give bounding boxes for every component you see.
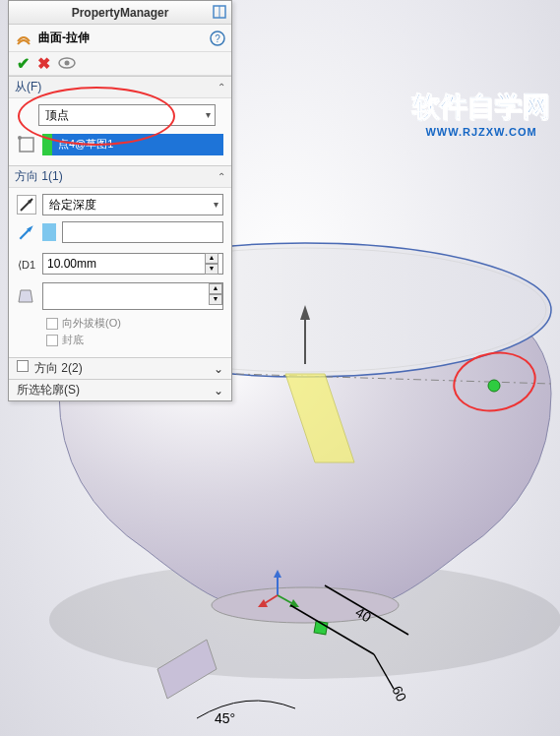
chevron-down-icon: ⌄	[214, 362, 223, 376]
pin-icon[interactable]	[212, 4, 227, 20]
svg-text:?: ?	[215, 33, 220, 44]
draft-angle-input[interactable]: ▲ ▼	[42, 282, 223, 310]
feature-name: 曲面-拉伸	[38, 30, 210, 46]
section-from-header[interactable]: 从(F) ⌃	[9, 77, 231, 98]
svg-text:⟨D1: ⟨D1	[18, 259, 35, 271]
watermark-sub: WWW.RJZXW.COM	[412, 126, 550, 138]
action-row: ✔ ✖	[9, 52, 231, 76]
dir1-label: 方向 1(1)	[15, 168, 63, 185]
depth-value: 10.00mm	[47, 257, 96, 271]
draft-spin-up[interactable]: ▲	[209, 283, 222, 294]
contour-label: 所选轮廓(S)	[17, 382, 80, 399]
vertex-icon	[17, 135, 36, 154]
watermark: 软件自学网 WWW.RJZXW.COM	[412, 89, 550, 138]
dropdown-arrow-icon: ▾	[214, 199, 218, 210]
cancel-button[interactable]: ✖	[37, 54, 50, 73]
from-dropdown-value: 顶点	[45, 107, 69, 124]
dropdown-arrow-icon: ▾	[206, 109, 211, 120]
reverse-direction-button[interactable]	[17, 195, 36, 215]
end-condition-value: 给定深度	[49, 197, 96, 214]
depth-spin-down[interactable]: ▼	[205, 264, 218, 275]
from-selection-value: 点4@草图1	[52, 134, 223, 155]
svg-point-7	[488, 380, 500, 392]
dir2-label: 方向 2(2)	[34, 361, 83, 375]
chevron-up-icon: ⌃	[218, 82, 225, 92]
end-condition-dropdown[interactable]: 给定深度 ▾	[42, 194, 223, 215]
cap-checkbox[interactable]: 封底	[17, 333, 223, 347]
svg-rect-24	[20, 138, 33, 152]
cap-label: 封底	[62, 333, 84, 347]
dim-angle: 45°	[215, 710, 235, 726]
depth-input[interactable]: 10.00mm ▲ ▼	[42, 253, 223, 275]
panel-header: PropertyManager	[9, 1, 231, 25]
property-manager-panel: PropertyManager 曲面-拉伸 ? ✔ ✖ 从(F) ⌃ 顶点 ▾	[8, 0, 232, 401]
depth-icon: ⟨D1	[17, 254, 36, 274]
panel-title: PropertyManager	[72, 6, 169, 20]
direction-arrow-icon[interactable]	[17, 222, 36, 242]
direction-selection-box[interactable]	[62, 221, 223, 243]
ok-button[interactable]: ✔	[17, 54, 30, 73]
chevron-up-icon: ⌃	[218, 171, 225, 182]
section-dir2-header[interactable]: 方向 2(2) ⌄	[9, 357, 231, 379]
svg-point-25	[18, 136, 22, 140]
watermark-main: 软件自学网	[412, 89, 550, 126]
chevron-down-icon: ⌄	[214, 384, 223, 398]
from-dropdown[interactable]: 顶点 ▾	[38, 104, 216, 126]
section-dir1-header[interactable]: 方向 1(1) ⌃	[9, 166, 231, 188]
section-contour-header[interactable]: 所选轮廓(S) ⌄	[9, 379, 231, 400]
preview-button[interactable]	[58, 56, 76, 72]
section-from: 从(F) ⌃ 顶点 ▾ 点4@草图1	[9, 76, 231, 165]
surface-extrude-icon	[15, 30, 32, 47]
draft-spin-down[interactable]: ▼	[209, 294, 222, 305]
depth-spin-up[interactable]: ▲	[205, 253, 218, 264]
from-label: 从(F)	[15, 79, 41, 95]
svg-point-1	[212, 587, 399, 623]
svg-point-23	[65, 60, 70, 65]
section-dir1: 方向 1(1) ⌃ 给定深度 ▾	[9, 165, 231, 357]
draft-icon[interactable]	[17, 286, 36, 306]
feature-title-row: 曲面-拉伸 ?	[9, 25, 231, 52]
from-selection-box[interactable]: 点4@草图1	[42, 134, 223, 155]
draft-outward-checkbox[interactable]: 向外拔模(O)	[17, 316, 223, 331]
direction-color-swatch	[42, 223, 56, 241]
help-icon[interactable]: ?	[210, 31, 225, 46]
draft-outward-label: 向外拔模(O)	[62, 316, 121, 331]
